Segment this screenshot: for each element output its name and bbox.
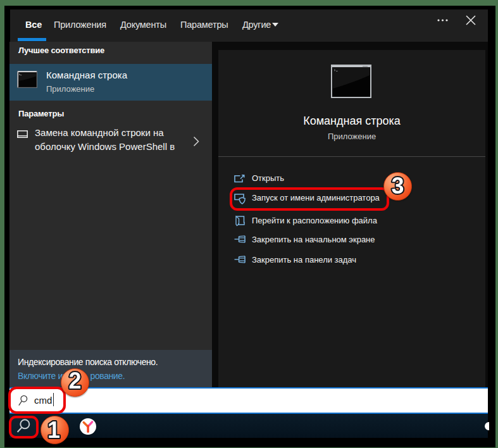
svg-text:3: 3 (391, 173, 404, 199)
svg-text:2: 2 (68, 368, 81, 394)
svg-text:1: 1 (47, 417, 60, 443)
